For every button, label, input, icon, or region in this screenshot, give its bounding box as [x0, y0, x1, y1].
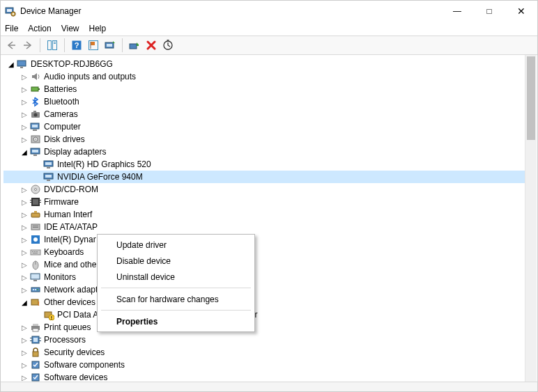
- collapse-icon[interactable]: ◢: [6, 59, 16, 69]
- uninstall-device-button[interactable]: [144, 38, 159, 53]
- svg-text:!: !: [38, 300, 40, 307]
- device-tree[interactable]: ◢DESKTOP-RDJB6GG▷Audio inputs and output…: [1, 55, 525, 382]
- forward-button[interactable]: [20, 38, 36, 53]
- show-hide-button[interactable]: [45, 38, 60, 53]
- collapse-icon[interactable]: ◢: [20, 147, 29, 157]
- dvd-icon: [30, 184, 41, 195]
- expand-icon[interactable]: ▷: [20, 322, 29, 332]
- cpu-icon: [30, 334, 41, 345]
- expand-icon[interactable]: ▷: [20, 197, 29, 207]
- tree-category[interactable]: ▷Audio inputs and outputs: [3, 70, 525, 83]
- tree-device[interactable]: ▷Intel(R) HD Graphics 520: [3, 158, 525, 171]
- tree-item-label: Print queues: [44, 322, 91, 332]
- svg-rect-46: [40, 200, 41, 201]
- expand-icon[interactable]: ▷: [20, 347, 29, 357]
- tree-category[interactable]: ◢!Other devices: [3, 296, 525, 308]
- tree-item-label: Cameras: [44, 109, 78, 119]
- tree-category[interactable]: ▷Human Interf: [3, 208, 525, 221]
- minimize-button[interactable]: —: [441, 1, 473, 22]
- svg-rect-52: [33, 227, 38, 228]
- tree-category[interactable]: ▷Software components: [3, 359, 525, 371]
- menu-action[interactable]: Action: [28, 24, 51, 33]
- tree-category[interactable]: ◢Display adapters: [3, 146, 525, 158]
- tree-category[interactable]: ▷Security devices: [3, 346, 525, 359]
- toolbar-separator: [64, 38, 65, 52]
- context-menu-item[interactable]: Scan for hardware changes: [100, 291, 252, 307]
- tree-item-label: Keyboards: [44, 247, 84, 257]
- tree-category[interactable]: ▷Disk drives: [3, 133, 525, 146]
- tree-item-label: Intel(R) Dynar: [44, 235, 96, 244]
- svg-rect-77: [33, 338, 38, 342]
- close-button[interactable]: ✕: [505, 1, 537, 22]
- expand-icon[interactable]: ▷: [20, 272, 29, 282]
- context-menu-item[interactable]: Uninstall device: [100, 269, 252, 285]
- display-icon: [43, 171, 54, 182]
- vertical-scrollbar[interactable]: [525, 55, 537, 382]
- maximize-button[interactable]: □: [473, 1, 505, 22]
- menubar: File Action View Help: [1, 22, 537, 36]
- expand-icon[interactable]: ▷: [20, 185, 29, 194]
- expand-icon[interactable]: ▷: [20, 260, 29, 269]
- expand-icon[interactable]: ▷: [20, 247, 29, 257]
- tree-item-label: Disk drives: [44, 134, 85, 144]
- bluetooth-icon: [30, 96, 41, 107]
- action-flag-button[interactable]: [86, 38, 101, 53]
- update-driver-button[interactable]: [102, 38, 118, 53]
- tree-category[interactable]: ▷Computer: [3, 120, 525, 133]
- tree-category[interactable]: ▷Software devices: [3, 371, 525, 382]
- svg-text:?: ?: [75, 41, 79, 49]
- context-menu: Update driverDisable deviceUninstall dev…: [97, 234, 255, 332]
- tree-item-label: Mice and othe: [44, 260, 96, 269]
- back-button[interactable]: [3, 38, 19, 53]
- expand-icon[interactable]: ▷: [20, 97, 29, 107]
- expand-icon[interactable]: ▷: [20, 335, 29, 345]
- context-menu-item[interactable]: Update driver: [100, 237, 252, 253]
- tree-category[interactable]: ▷Mice and othe: [3, 258, 525, 271]
- expand-icon[interactable]: ▷: [20, 122, 29, 132]
- tree-category[interactable]: ▷Print queues: [3, 321, 525, 334]
- expand-icon[interactable]: ▷: [20, 210, 29, 219]
- tree-category[interactable]: ▷Intel(R) Dynar: [3, 233, 525, 246]
- expand-icon[interactable]: ▷: [20, 109, 29, 119]
- expand-icon[interactable]: ▷: [20, 72, 29, 81]
- menu-help[interactable]: Help: [89, 24, 107, 33]
- menu-file[interactable]: File: [5, 24, 18, 33]
- expand-icon[interactable]: ▷: [20, 373, 29, 382]
- tree-category[interactable]: ▷Keyboards: [3, 246, 525, 258]
- scrollbar-thumb[interactable]: [527, 56, 535, 140]
- context-menu-item[interactable]: Disable device: [100, 253, 252, 269]
- toolbar: ?: [1, 36, 537, 55]
- tree-category[interactable]: ▷DVD/CD-ROM: [3, 183, 525, 196]
- expand-icon[interactable]: ▷: [20, 285, 29, 295]
- expand-icon[interactable]: ▷: [20, 134, 29, 144]
- tree-device[interactable]: ▷!PCI Data Acquisition and Signal Proces…: [3, 308, 525, 321]
- tree-category[interactable]: ▷Processors: [3, 334, 525, 346]
- scan-hardware-button[interactable]: [160, 38, 176, 53]
- tree-category[interactable]: ▷IDE ATA/ATAP: [3, 221, 525, 233]
- tree-category[interactable]: ▷Bluetooth: [3, 95, 525, 108]
- tree-category[interactable]: ▷Firmware: [3, 196, 525, 208]
- svg-rect-48: [31, 213, 40, 217]
- tree-category[interactable]: ▷Cameras: [3, 108, 525, 120]
- tree-root[interactable]: ◢DESKTOP-RDJB6GG: [3, 58, 525, 70]
- context-menu-item[interactable]: Properties: [100, 313, 252, 329]
- tree-category[interactable]: ▷Batteries: [3, 83, 525, 95]
- svg-point-23: [34, 113, 38, 117]
- tree-category[interactable]: ▷Monitors: [3, 271, 525, 283]
- help-button[interactable]: ?: [69, 38, 84, 53]
- expand-icon[interactable]: ▷: [20, 222, 29, 232]
- expand-icon[interactable]: ▷: [20, 235, 29, 244]
- collapse-icon[interactable]: ◢: [20, 297, 29, 307]
- expand-icon[interactable]: ▷: [20, 84, 29, 94]
- svg-rect-14: [107, 44, 112, 47]
- tree-category[interactable]: ▷Network adapters: [3, 283, 525, 296]
- tree-device[interactable]: ▷NVIDIA GeForce 940M: [3, 171, 525, 183]
- svg-rect-36: [47, 167, 50, 168]
- software-icon: [30, 359, 41, 370]
- tree-item-label: Software devices: [44, 373, 107, 382]
- menu-view[interactable]: View: [61, 24, 79, 33]
- svg-point-66: [35, 289, 36, 290]
- intel-icon: [30, 234, 41, 245]
- enable-device-button[interactable]: [127, 38, 142, 53]
- expand-icon[interactable]: ▷: [20, 360, 29, 370]
